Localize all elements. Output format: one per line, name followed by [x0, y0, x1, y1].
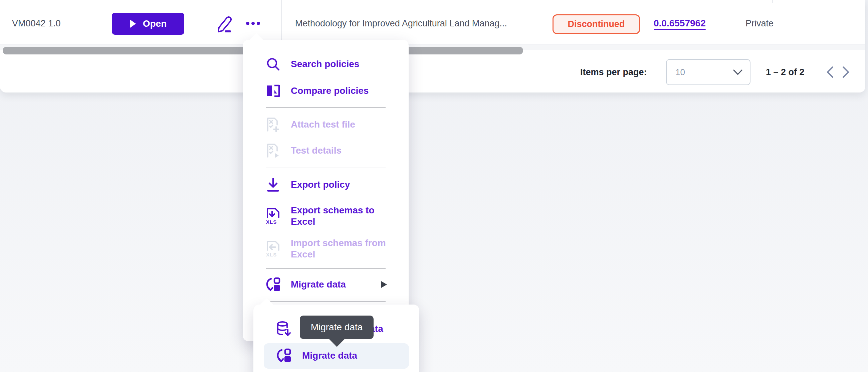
file-add-icon [266, 117, 281, 132]
previous-page-button[interactable] [823, 65, 837, 80]
compare-icon [266, 83, 281, 98]
chevron-down-icon [733, 69, 742, 75]
menu-item-migrate-data[interactable]: Migrate data [266, 274, 401, 295]
column-divider [281, 3, 282, 44]
open-button-label: Open [143, 19, 167, 29]
next-page-button[interactable] [839, 65, 852, 80]
xls-export-icon: XLS [266, 208, 281, 224]
menu-item-attach-test-file: Attach test file [266, 114, 401, 135]
menu-item-search-policies[interactable]: Search policies [266, 54, 401, 75]
items-per-page-label: Items per page: [580, 66, 647, 78]
file-play-icon [266, 143, 281, 158]
submenu-item-migrate-data[interactable]: Migrate data [276, 345, 357, 366]
access-type: Private [745, 18, 774, 29]
status-badge: Discontinued [553, 14, 640, 34]
policy-title: Methodology for Improved Agricultural La… [295, 18, 507, 29]
menu-divider [266, 268, 385, 269]
svg-text:XLS: XLS [266, 252, 277, 257]
policies-table-card: VM0042 1.0 Open Methodology for Improved… [0, 0, 865, 93]
migrate-icon [276, 348, 291, 363]
edit-icon[interactable] [216, 16, 232, 33]
menu-divider [266, 167, 385, 168]
menu-item-test-details: Test details [266, 140, 401, 161]
play-icon [129, 19, 136, 28]
search-icon [266, 56, 281, 72]
open-button[interactable]: Open [112, 13, 184, 35]
menu-item-export-schemas-excel[interactable]: XLS Export schemas to Excel [266, 205, 401, 227]
svg-text:XLS: XLS [266, 219, 277, 225]
page-size-value: 10 [675, 67, 685, 78]
menu-divider [266, 107, 385, 108]
menu-item-import-schemas-excel: XLS Import schemas from Excel [266, 238, 401, 260]
migrate-icon [266, 277, 281, 292]
column-divider [772, 0, 773, 3]
page-range-text: 1 – 2 of 2 [766, 66, 805, 78]
more-actions-icon[interactable] [245, 21, 261, 26]
page-size-select[interactable]: 10 [666, 59, 750, 85]
xls-import-icon: XLS [266, 241, 281, 256]
column-divider [281, 0, 282, 3]
submenu-caret-icon [381, 281, 387, 288]
menu-item-export-policy[interactable]: Export policy [266, 174, 401, 195]
menu-divider [266, 301, 385, 302]
topic-id-link[interactable]: 0.0.6557962 [654, 18, 706, 29]
database-export-icon [276, 321, 291, 337]
download-icon [266, 177, 281, 192]
menu-item-compare-policies[interactable]: Compare policies [266, 80, 401, 101]
policy-name: VM0042 1.0 [12, 18, 61, 29]
row-top-border [0, 3, 865, 3]
tooltip: Migrate data [300, 316, 374, 339]
